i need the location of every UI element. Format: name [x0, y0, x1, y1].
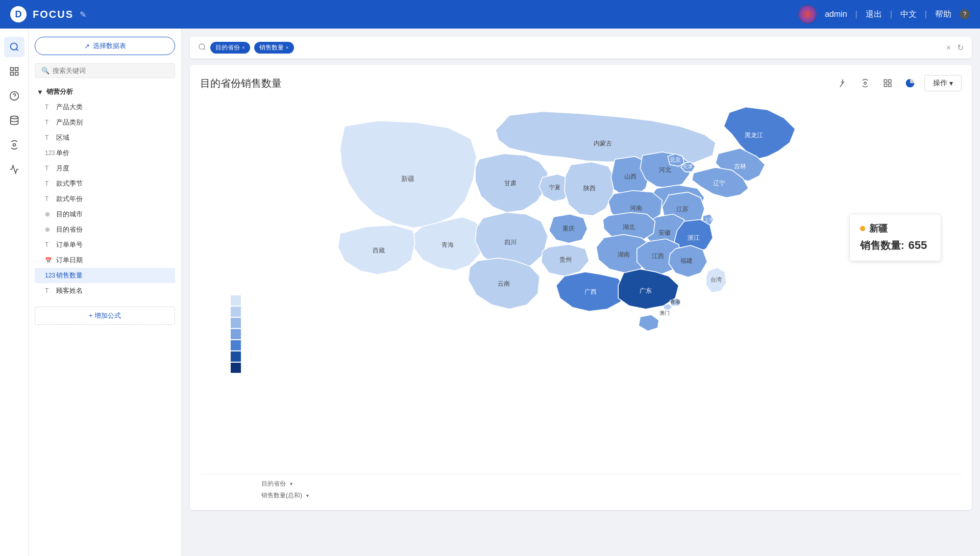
sales-filter-close[interactable]: ×: [286, 45, 289, 50]
category-label: 销营分析: [46, 87, 73, 96]
search-bar-icon: [198, 43, 206, 53]
avatar: [798, 5, 817, 23]
svg-text:广西: 广西: [584, 288, 597, 295]
svg-text:新疆: 新疆: [401, 175, 414, 183]
sidebar-item-dashboard[interactable]: [4, 61, 24, 82]
svg-text:江苏: 江苏: [676, 206, 689, 213]
sidebar-item-search[interactable]: [4, 37, 24, 57]
field-item-customer-name[interactable]: T 顾客姓名: [35, 283, 175, 298]
search-bar-actions: × ↻: [946, 43, 964, 53]
svg-point-8: [199, 44, 205, 49]
calendar-icon: 📅: [45, 257, 52, 264]
language-button[interactable]: 中文: [900, 9, 917, 20]
svg-text:安徽: 安徽: [658, 229, 671, 236]
category-arrow: ▼: [37, 88, 43, 96]
svg-text:上海: 上海: [704, 217, 714, 222]
svg-point-0: [10, 43, 17, 50]
svg-rect-3: [15, 72, 18, 75]
app-name: FOCUS: [33, 9, 74, 20]
search-input[interactable]: [53, 67, 168, 74]
help-button[interactable]: 帮助: [935, 9, 951, 20]
svg-text:台湾: 台湾: [710, 276, 722, 283]
search-bar: 目的省份 × 销售数量 × × ↻: [190, 37, 972, 59]
svg-rect-13: [884, 84, 887, 87]
logo-icon: D: [10, 6, 27, 22]
grid-button[interactable]: [879, 75, 896, 91]
text-icon: T: [45, 195, 52, 203]
svg-text:山西: 山西: [624, 173, 636, 180]
sidebar-item-settings[interactable]: [4, 135, 24, 155]
main-content: 目的省份 × 销售数量 × × ↻ 目的省份销售数量: [182, 29, 980, 556]
add-formula-button[interactable]: + 增加公式: [35, 307, 175, 325]
field-item-style-year[interactable]: T 款式年份: [35, 191, 175, 207]
text-icon: T: [45, 104, 52, 111]
admin-name: admin: [825, 10, 847, 19]
ops-button[interactable]: 操作 ▾: [924, 75, 962, 91]
field-item-product-category[interactable]: T 产品大类: [35, 99, 175, 115]
search-box[interactable]: 🔍: [35, 63, 175, 78]
refresh-button[interactable]: ↻: [957, 43, 964, 53]
map-svg-container[interactable]: 黑龙江 吉林 辽宁 内蒙古 新疆 甘肃: [200, 102, 962, 461]
tooltip-title: 新疆: [860, 222, 930, 235]
province-xinjiang[interactable]: [340, 121, 476, 228]
field-item-region[interactable]: T 区域: [35, 130, 175, 145]
axis-item-province[interactable]: 目的省份 ▾: [261, 479, 962, 488]
svg-point-7: [13, 144, 15, 146]
field-item-sales-qty[interactable]: 123 销售数量: [35, 268, 175, 283]
num-icon: 123: [45, 272, 52, 279]
text-icon: T: [45, 287, 52, 294]
svg-text:黑龙江: 黑龙江: [745, 132, 763, 139]
category-header[interactable]: ▼ 销营分析: [35, 84, 175, 99]
pin-button[interactable]: [835, 75, 851, 91]
field-item-style-season[interactable]: T 款式季节: [35, 176, 175, 191]
chart-container: 目的省份销售数量 操作 ▾: [190, 65, 972, 510]
province-filter-tag[interactable]: 目的省份 ×: [210, 42, 250, 54]
svg-rect-10: [884, 80, 887, 82]
province-filter-close[interactable]: ×: [242, 45, 245, 50]
svg-rect-11: [889, 80, 891, 82]
logout-button[interactable]: 退出: [866, 9, 882, 20]
svg-text:云南: 云南: [498, 280, 510, 287]
sidebar-item-analytics[interactable]: [4, 159, 24, 180]
svg-text:内蒙古: 内蒙古: [594, 140, 612, 147]
field-item-dest-province[interactable]: ⊕ 目的省份: [35, 222, 175, 237]
sales-filter-tag[interactable]: 销售数量 ×: [254, 42, 294, 54]
svg-rect-12: [889, 84, 891, 87]
search-icon: 🔍: [41, 67, 50, 74]
clear-button[interactable]: ×: [946, 43, 951, 53]
svg-text:澳门: 澳门: [659, 310, 670, 316]
chart-actions: 操作 ▾: [835, 75, 962, 91]
svg-text:天津: 天津: [682, 164, 693, 169]
edit-icon[interactable]: ✎: [80, 10, 86, 19]
settings-button[interactable]: [857, 75, 873, 91]
svg-text:北京: 北京: [670, 157, 681, 163]
text-icon: T: [45, 134, 52, 141]
svg-text:贵州: 贵州: [559, 256, 572, 263]
field-item-order-date[interactable]: 📅 订单日期: [35, 252, 175, 268]
top-navigation: D FOCUS ✎ admin | 退出 | 中文 | 帮助 ?: [0, 0, 980, 29]
axis-item-sales[interactable]: 销售数量(总和) ▾: [261, 491, 962, 500]
province-hainan[interactable]: [639, 315, 659, 331]
svg-point-6: [10, 116, 18, 119]
pie-chart-button[interactable]: [902, 75, 918, 91]
svg-text:浙江: 浙江: [688, 234, 700, 241]
province-neimenggu[interactable]: [496, 111, 716, 163]
svg-text:陕西: 陕西: [583, 185, 596, 192]
field-item-month[interactable]: T 月度: [35, 161, 175, 176]
sidebar-item-data[interactable]: [4, 110, 24, 131]
sidebar-item-help[interactable]: [4, 86, 24, 106]
select-data-button[interactable]: ↗ 选择数据表: [35, 37, 175, 55]
chart-axis: 目的省份 ▾ 销售数量(总和) ▾: [200, 474, 962, 500]
svg-text:宁夏: 宁夏: [549, 184, 560, 190]
text-icon: T: [45, 165, 52, 172]
chart-title: 目的省份销售数量: [200, 77, 282, 90]
field-item-dest-city[interactable]: ⊕ 目的城市: [35, 207, 175, 222]
field-item-unit-price[interactable]: 123 单价: [35, 145, 175, 161]
chevron-down-icon: ▾: [290, 481, 292, 487]
field-item-product-type[interactable]: T 产品类别: [35, 115, 175, 130]
svg-rect-1: [10, 68, 13, 71]
help-icon[interactable]: ?: [960, 9, 970, 19]
svg-text:甘肃: 甘肃: [504, 180, 517, 187]
chevron-down-icon: ▾: [306, 493, 309, 498]
field-item-order-no[interactable]: T 订单单号: [35, 237, 175, 252]
